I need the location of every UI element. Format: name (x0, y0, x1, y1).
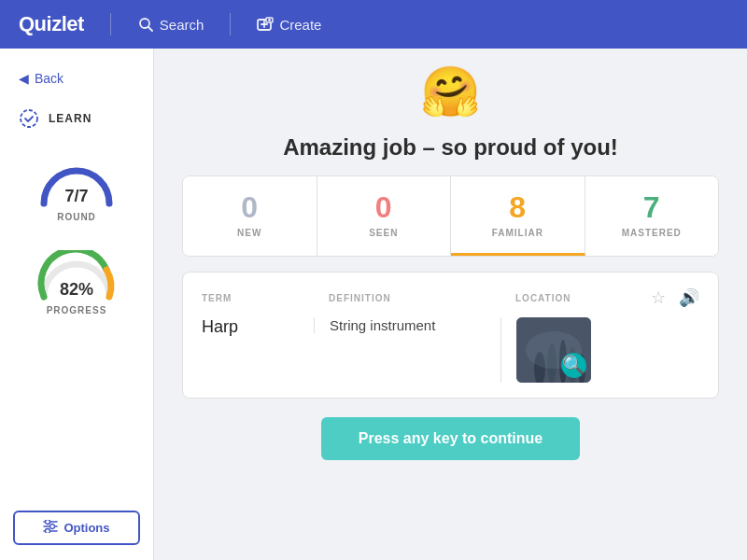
header-divider (110, 13, 111, 35)
options-icon (43, 520, 58, 536)
search-label: Search (160, 17, 204, 33)
progress-gauge-section: 82% PROGRESS (0, 241, 153, 325)
score-new-label: NEW (192, 228, 307, 238)
score-card-familiar[interactable]: 8 FAMILIAR (451, 176, 585, 256)
loc-col-label: LOCATION (500, 293, 651, 303)
celebration-emoji: 🤗 (420, 67, 481, 116)
score-cards: 0 NEW 0 SEEN 8 FAMILIAR 7 MASTERED (182, 175, 719, 257)
svg-point-22 (562, 354, 586, 378)
back-label: Back (35, 71, 63, 86)
continue-button[interactable]: Press any key to continue (321, 417, 580, 460)
location-image-inner (516, 317, 591, 383)
svg-point-23 (568, 359, 577, 369)
audio-icon[interactable]: 🔊 (679, 287, 699, 308)
options-label: Options (63, 521, 109, 535)
app-header: Quizlet Search Create (0, 0, 747, 49)
create-button[interactable]: Create (257, 16, 321, 33)
card-detail: TERM DEFINITION LOCATION ☆ 🔊 Harp String… (182, 272, 719, 399)
score-mastered-label: MASTERED (595, 228, 710, 238)
score-card-mastered: 7 MASTERED (585, 176, 719, 256)
sidebar: ◀ Back LEARN 7/7 ROUND (0, 49, 154, 560)
learn-label: LEARN (49, 112, 92, 125)
svg-line-1 (148, 27, 152, 31)
learn-icon (19, 108, 39, 129)
round-gauge-wrapper: 7/7 (35, 157, 119, 208)
term-value: Harp (202, 317, 314, 337)
star-icon[interactable]: ☆ (651, 287, 666, 308)
score-familiar-num: 8 (460, 191, 575, 224)
back-button[interactable]: ◀ Back (0, 63, 153, 93)
search-button[interactable]: Search (137, 16, 204, 33)
progress-gauge-wrapper: 82% (35, 250, 119, 301)
create-label: Create (279, 17, 321, 33)
celebration-title: Amazing job – so proud of you! (283, 134, 618, 161)
header-divider-2 (230, 13, 231, 35)
progress-label: PROGRESS (47, 305, 107, 315)
learn-section: LEARN (0, 108, 153, 129)
back-chevron-icon: ◀ (19, 71, 29, 86)
location-image (516, 317, 591, 383)
svg-point-21 (526, 331, 582, 369)
location-value (500, 317, 699, 383)
def-col-label: DEFINITION (314, 293, 500, 303)
card-detail-row: Harp String instrument (202, 317, 699, 383)
score-mastered-num: 7 (595, 191, 710, 224)
card-actions: ☆ 🔊 (651, 287, 699, 308)
score-seen-num: 0 (327, 191, 442, 224)
round-label: ROUND (57, 212, 96, 222)
svg-point-12 (46, 520, 50, 525)
score-familiar-label: FAMILIAR (460, 228, 575, 238)
svg-line-24 (576, 368, 581, 372)
location-svg (516, 317, 591, 383)
options-button[interactable]: Options (13, 511, 140, 545)
main-content: 🤗 Amazing job – so proud of you! 0 NEW 0… (154, 49, 747, 560)
round-gauge-section: 7/7 ROUND (0, 147, 153, 231)
main-layout: ◀ Back LEARN 7/7 ROUND (0, 49, 747, 560)
card-detail-header: TERM DEFINITION LOCATION ☆ 🔊 (202, 287, 699, 308)
round-value: 7/7 (35, 187, 119, 206)
create-icon (257, 16, 274, 33)
svg-point-13 (50, 525, 55, 529)
definition-value: String instrument (314, 317, 500, 333)
score-card-new: 0 NEW (183, 176, 317, 256)
score-seen-label: SEEN (327, 228, 442, 238)
search-icon (137, 16, 154, 33)
term-col-label: TERM (202, 293, 314, 303)
logo: Quizlet (19, 12, 84, 36)
location-zoom-icon (561, 353, 587, 379)
score-card-seen: 0 SEEN (317, 176, 452, 256)
progress-value: 82% (35, 280, 119, 300)
svg-point-14 (46, 529, 50, 534)
svg-point-8 (21, 110, 37, 127)
score-new-num: 0 (192, 191, 307, 224)
